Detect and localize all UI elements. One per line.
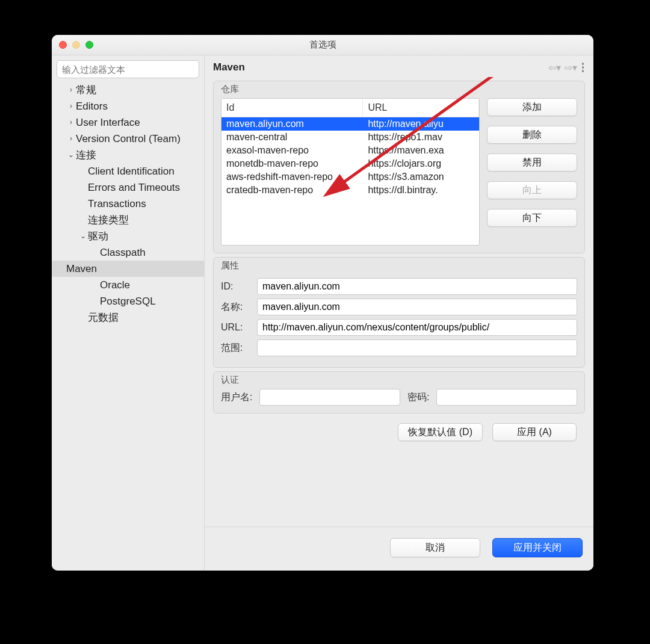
add-button[interactable]: 添加 bbox=[487, 98, 577, 116]
sidebar: ›常规 ›Editors ›User Interface ›Version Co… bbox=[52, 55, 205, 571]
tree-item-oracle[interactable]: Oracle bbox=[57, 277, 199, 293]
forward-icon[interactable]: ⇨▾ bbox=[565, 62, 577, 73]
group-legend: 认证 bbox=[221, 374, 239, 386]
table-row[interactable]: maven.aliyun.comhttp://maven.aliyu bbox=[221, 117, 479, 131]
tree-label: Classpath bbox=[100, 244, 146, 261]
tree-item-classpath[interactable]: Classpath bbox=[57, 244, 199, 261]
table-header: Id URL bbox=[221, 99, 479, 117]
tree-item-connection[interactable]: ⌄连接 bbox=[57, 147, 199, 163]
table-row[interactable]: exasol-maven-repohttps://maven.exa bbox=[221, 144, 479, 157]
tree-item-editors[interactable]: ›Editors bbox=[57, 98, 199, 114]
repo-side-buttons: 添加 删除 禁用 向上 向下 bbox=[487, 98, 577, 246]
chevron-right-icon: › bbox=[66, 133, 76, 144]
filter-input[interactable] bbox=[57, 60, 199, 78]
content-area: 仓库 Id URL maven.aliyun.comhttp://maven.a… bbox=[205, 77, 593, 527]
move-down-button[interactable]: 向下 bbox=[487, 209, 577, 227]
window-title: 首选项 bbox=[52, 39, 593, 51]
col-header-id[interactable]: Id bbox=[221, 99, 363, 117]
cell-url: https://s3.amazon bbox=[363, 170, 479, 184]
restore-defaults-button[interactable]: 恢复默认值 (D) bbox=[398, 423, 483, 441]
tree-label: 驱动 bbox=[88, 228, 108, 244]
tree-label: Version Control (Team) bbox=[76, 131, 181, 147]
chevron-right-icon: › bbox=[66, 84, 76, 96]
repositories-group: 仓库 Id URL maven.aliyun.comhttp://maven.a… bbox=[213, 81, 585, 253]
cell-url: http://maven.aliyu bbox=[363, 117, 479, 131]
col-header-url[interactable]: URL bbox=[363, 99, 479, 117]
cell-url: https://repo1.mav bbox=[363, 131, 479, 144]
cell-id: maven-central bbox=[221, 131, 363, 144]
tree-label: Editors bbox=[76, 98, 108, 114]
delete-button[interactable]: 删除 bbox=[487, 126, 577, 144]
tree-item-client-id[interactable]: Client Identification bbox=[57, 163, 199, 179]
chevron-right-icon: › bbox=[66, 101, 76, 112]
repositories-table[interactable]: Id URL maven.aliyun.comhttp://maven.aliy… bbox=[221, 98, 480, 246]
tree-label: Transactions bbox=[88, 196, 146, 212]
cell-id: cratedb-maven-repo bbox=[221, 184, 363, 197]
group-legend: 属性 bbox=[221, 260, 239, 271]
table-row[interactable]: maven-centralhttps://repo1.mav bbox=[221, 131, 479, 144]
apply-button[interactable]: 应用 (A) bbox=[492, 423, 577, 441]
tree-item-ui[interactable]: ›User Interface bbox=[57, 114, 199, 131]
apply-and-close-button[interactable]: 应用并关闭 bbox=[492, 538, 583, 557]
group-legend: 仓库 bbox=[221, 84, 239, 95]
password-label: 密码: bbox=[407, 391, 429, 404]
url-field[interactable] bbox=[257, 319, 577, 336]
scope-field[interactable] bbox=[257, 339, 577, 356]
tree-item-drivers[interactable]: ⌄驱动 bbox=[57, 228, 199, 244]
id-field[interactable] bbox=[257, 278, 577, 295]
tree-item-transactions[interactable]: Transactions bbox=[57, 196, 199, 212]
name-field[interactable] bbox=[257, 299, 577, 315]
table-row[interactable]: cratedb-maven-repohttps://dl.bintray. bbox=[221, 184, 479, 197]
tree-label: Errors and Timeouts bbox=[88, 179, 180, 196]
auth-group: 认证 用户名: 密码: bbox=[213, 371, 585, 413]
cell-url: https://maven.exa bbox=[363, 144, 479, 157]
window-body: ›常规 ›Editors ›User Interface ›Version Co… bbox=[52, 55, 593, 571]
cell-id: aws-redshift-maven-repo bbox=[221, 170, 363, 184]
tree-label: User Interface bbox=[76, 114, 140, 131]
header-nav: ⇦▾ ⇨▾ bbox=[548, 61, 586, 73]
tree-label: Client Identification bbox=[88, 163, 175, 179]
kebab-menu-icon[interactable] bbox=[581, 61, 586, 73]
cell-id: maven.aliyun.com bbox=[221, 117, 363, 131]
username-field[interactable] bbox=[259, 389, 400, 406]
chevron-down-icon: ⌄ bbox=[66, 149, 76, 161]
tree-item-general[interactable]: ›常规 bbox=[57, 82, 199, 98]
id-label: ID: bbox=[221, 281, 251, 292]
dialog-footer: 取消 应用并关闭 bbox=[205, 527, 593, 571]
back-icon[interactable]: ⇦▾ bbox=[548, 62, 561, 73]
tree-label: Maven bbox=[66, 261, 97, 277]
tree-item-errors[interactable]: Errors and Timeouts bbox=[57, 179, 199, 196]
tree-item-postgresql[interactable]: PostgreSQL bbox=[57, 293, 199, 309]
tree-label: 连接类型 bbox=[88, 212, 129, 228]
tree-item-vcs[interactable]: ›Version Control (Team) bbox=[57, 131, 199, 147]
name-label: 名称: bbox=[221, 301, 251, 314]
url-label: URL: bbox=[221, 322, 251, 333]
disable-button[interactable]: 禁用 bbox=[487, 153, 577, 172]
password-field[interactable] bbox=[436, 389, 577, 406]
main-header: Maven ⇦▾ ⇨▾ bbox=[205, 55, 593, 77]
preferences-window: 首选项 ›常规 ›Editors ›User Interface ›Versio… bbox=[52, 35, 593, 571]
username-label: 用户名: bbox=[221, 391, 252, 404]
cancel-button[interactable]: 取消 bbox=[390, 538, 480, 557]
preferences-tree: ›常规 ›Editors ›User Interface ›Version Co… bbox=[57, 82, 199, 326]
tree-label: Oracle bbox=[100, 277, 130, 293]
main-panel: Maven ⇦▾ ⇨▾ 仓库 bbox=[205, 55, 593, 571]
tree-item-metadata[interactable]: 元数据 bbox=[57, 309, 199, 326]
move-up-button[interactable]: 向上 bbox=[487, 181, 577, 199]
cell-id: monetdb-maven-repo bbox=[221, 157, 363, 170]
tree-item-maven[interactable]: Maven bbox=[52, 261, 204, 277]
tree-label: PostgreSQL bbox=[100, 293, 156, 309]
cell-id: exasol-maven-repo bbox=[221, 144, 363, 157]
tree-label: 连接 bbox=[76, 147, 96, 163]
tree-item-conn-types[interactable]: 连接类型 bbox=[57, 212, 199, 228]
chevron-right-icon: › bbox=[66, 117, 76, 128]
properties-group: 属性 ID: 名称: URL: 范围: bbox=[213, 257, 585, 368]
table-row[interactable]: aws-redshift-maven-repohttps://s3.amazon bbox=[221, 170, 479, 184]
table-row[interactable]: monetdb-maven-repohttps://clojars.org bbox=[221, 157, 479, 170]
cell-url: https://clojars.org bbox=[363, 157, 479, 170]
page-actions: 恢复默认值 (D) 应用 (A) bbox=[213, 413, 585, 441]
page-title: Maven bbox=[213, 61, 245, 73]
tree-label: 元数据 bbox=[88, 309, 119, 326]
cell-url: https://dl.bintray. bbox=[363, 184, 479, 197]
titlebar: 首选项 bbox=[52, 35, 593, 55]
